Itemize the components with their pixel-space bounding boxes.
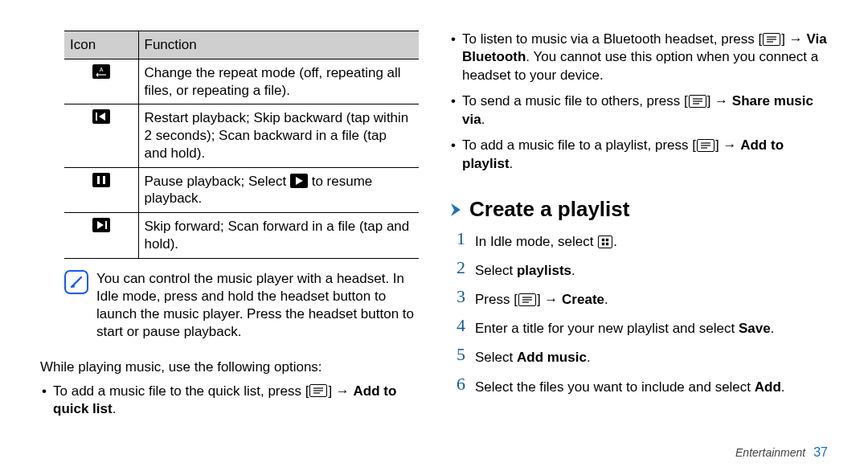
th-icon: Icon	[64, 31, 138, 59]
note-text: You can control the music player with a …	[96, 270, 419, 341]
step-item: 2 Select playlists.	[449, 260, 828, 280]
step-number: 3	[449, 288, 465, 305]
cell-text: Change the repeat mode (off, repeating a…	[138, 59, 419, 104]
step-item: 3 Press [] → Create.	[449, 289, 828, 309]
svg-marker-5	[296, 177, 303, 185]
page-number: 37	[813, 445, 828, 460]
svg-rect-4	[103, 176, 105, 184]
list-item: To send a music file to others, press []…	[449, 92, 828, 129]
step-number: 5	[449, 346, 465, 363]
footer-section: Entertainment	[735, 446, 805, 459]
prev-icon	[92, 109, 110, 124]
step-number: 2	[449, 259, 465, 276]
svg-marker-20	[451, 203, 461, 216]
menu-icon	[763, 33, 780, 46]
apps-icon	[598, 236, 612, 248]
manual-page: Icon Function A Change the repeat mode (…	[0, 0, 868, 471]
menu-icon	[689, 95, 706, 108]
section-heading: Create a playlist	[449, 197, 828, 222]
svg-rect-3	[97, 176, 100, 184]
svg-rect-7	[105, 221, 107, 229]
step-item: 6 Select the files you want to include a…	[449, 377, 828, 396]
heading-text: Create a playlist	[469, 197, 629, 222]
page-footer: Entertainment 37	[735, 445, 828, 460]
left-bullet-list: To add a music file to the quick list, p…	[40, 383, 419, 427]
svg-marker-2	[99, 113, 105, 121]
options-intro: While playing music, use the following o…	[40, 358, 419, 376]
svg-rect-1	[96, 113, 97, 121]
menu-icon	[309, 384, 327, 397]
step-number: 6	[449, 375, 465, 393]
step-number: 4	[449, 317, 465, 334]
svg-rect-24	[606, 242, 608, 244]
chevron-right-icon	[449, 202, 463, 218]
cell-text: Skip forward; Scan forward in a file (ta…	[138, 213, 419, 259]
menu-icon	[697, 139, 714, 152]
note-icon	[64, 270, 88, 294]
cell-text: Restart playback; Skip backward (tap wit…	[138, 104, 419, 167]
pause-icon	[92, 173, 110, 187]
list-item: To add a music file to the quick list, p…	[40, 383, 419, 419]
repeat-icon: A	[92, 64, 110, 79]
table-row: Restart playback; Skip backward (tap wit…	[64, 104, 419, 167]
list-item: To listen to music via a Bluetooth heads…	[449, 31, 828, 84]
list-item: To add a music file to a playlist, press…	[449, 137, 828, 173]
step-item: 5 Select Add music.	[449, 347, 828, 367]
svg-marker-6	[97, 221, 104, 229]
step-item: 1 In Idle mode, select .	[449, 231, 828, 251]
next-icon	[92, 218, 110, 232]
th-function: Function	[138, 31, 419, 59]
icon-function-table: Icon Function A Change the repeat mode (…	[64, 31, 419, 259]
step-item: 4 Enter a title for your new playlist an…	[449, 318, 828, 338]
svg-rect-22	[606, 238, 608, 240]
play-icon	[290, 174, 308, 188]
right-bullet-list: To listen to music via a Bluetooth heads…	[449, 31, 828, 181]
svg-text:A: A	[99, 67, 103, 72]
svg-rect-23	[602, 242, 604, 244]
steps-list: 1 In Idle mode, select . 2 Select playli…	[449, 231, 828, 406]
table-row: Pause playback; Select to resume playbac…	[64, 167, 419, 213]
menu-icon	[518, 293, 536, 306]
right-column: To listen to music via a Bluetooth heads…	[449, 31, 828, 457]
cell-text: Pause playback; Select to resume playbac…	[138, 167, 419, 213]
svg-rect-21	[602, 238, 604, 240]
step-number: 1	[449, 230, 465, 248]
left-column: Icon Function A Change the repeat mode (…	[40, 31, 419, 457]
table-row: Skip forward; Scan forward in a file (ta…	[64, 213, 419, 259]
note-block: You can control the music player with a …	[64, 270, 419, 341]
table-row: A Change the repeat mode (off, repeating…	[64, 59, 419, 104]
